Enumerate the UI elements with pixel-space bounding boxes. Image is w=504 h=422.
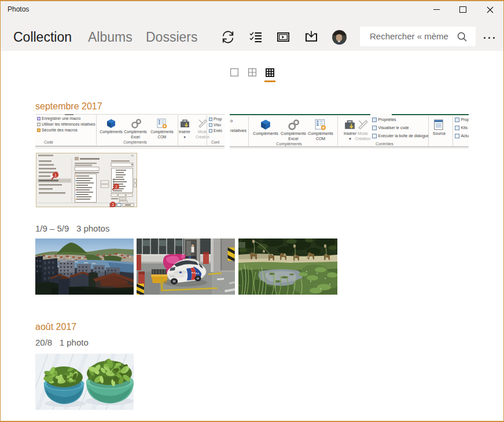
svg-text:2: 2 — [115, 185, 117, 189]
svg-text:1: 1 — [54, 173, 57, 177]
svg-text:3: 3 — [112, 203, 114, 207]
